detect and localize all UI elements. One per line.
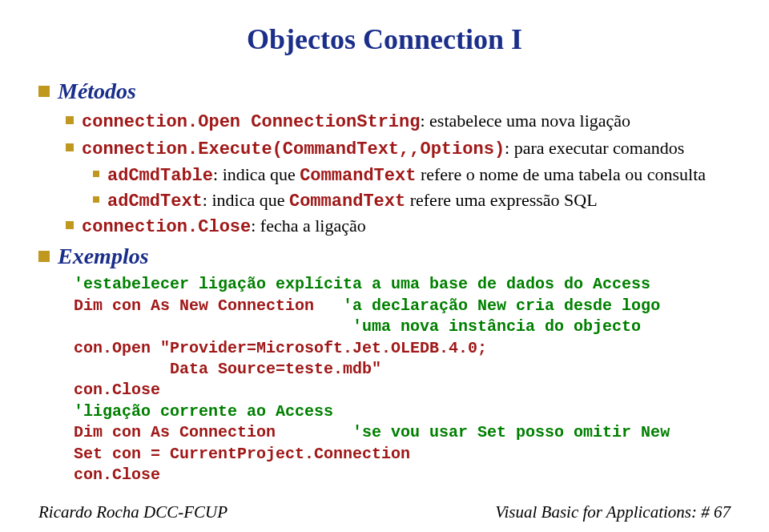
method-item: connection.Close: fecha a ligação xyxy=(66,214,731,240)
section-heading: Métodos xyxy=(58,79,136,104)
code-inline: adCmdTable xyxy=(107,166,213,186)
method-text: connection.Open ConnectionString: estabe… xyxy=(82,109,630,135)
code-block: 'estabelecer ligação explícita a uma bas… xyxy=(74,274,731,486)
section-heading: Exemplos xyxy=(58,244,149,269)
text: refere uma expressão SQL xyxy=(405,190,597,210)
bullet-icon xyxy=(38,86,50,97)
bullet-icon xyxy=(66,221,74,229)
bullet-icon xyxy=(66,116,74,124)
method-item: connection.Execute(CommandText,,Options)… xyxy=(66,136,731,162)
sub-text: adCmdTable: indica que CommandText refer… xyxy=(107,163,706,188)
bullet-icon xyxy=(66,143,74,151)
text: : indica que xyxy=(203,190,289,210)
text: refere o nome de uma tabela ou consulta xyxy=(416,164,706,184)
text: : estabelece uma nova ligação xyxy=(420,111,630,131)
bullet-icon xyxy=(38,251,50,262)
method-text: connection.Close: fecha a ligação xyxy=(82,214,366,240)
method-item: connection.Open ConnectionString: estabe… xyxy=(66,109,731,135)
section-metodos: Métodos xyxy=(38,79,731,104)
footer-left: Ricardo Rocha DCC-FCUP xyxy=(38,502,227,522)
sub-item: adCmdText: indica que CommandText refere… xyxy=(93,188,731,214)
footer-right: Visual Basic for Applications: # 67 xyxy=(495,502,731,522)
method-text: connection.Execute(CommandText,,Options)… xyxy=(82,136,684,162)
code-inline: CommandText xyxy=(289,191,405,212)
bullet-icon xyxy=(93,196,99,203)
bullet-icon xyxy=(93,171,99,177)
code-inline: adCmdText xyxy=(107,191,203,212)
slide-title: Objectos Connection I xyxy=(38,22,731,56)
text: : fecha a ligação xyxy=(251,216,366,236)
code-inline: connection.Close xyxy=(82,217,251,237)
section-exemplos: Exemplos xyxy=(38,244,731,269)
code-inline: connection.Execute(CommandText,,Options) xyxy=(82,139,505,159)
text: : indica que xyxy=(213,164,300,184)
sub-text: adCmdText: indica que CommandText refere… xyxy=(107,188,598,214)
text: : para executar comandos xyxy=(505,138,684,158)
sub-item: adCmdTable: indica que CommandText refer… xyxy=(93,163,731,188)
code-inline: CommandText xyxy=(300,166,416,186)
code-inline: connection.Open ConnectionString xyxy=(82,112,420,132)
slide-footer: Ricardo Rocha DCC-FCUP Visual Basic for … xyxy=(38,502,731,522)
